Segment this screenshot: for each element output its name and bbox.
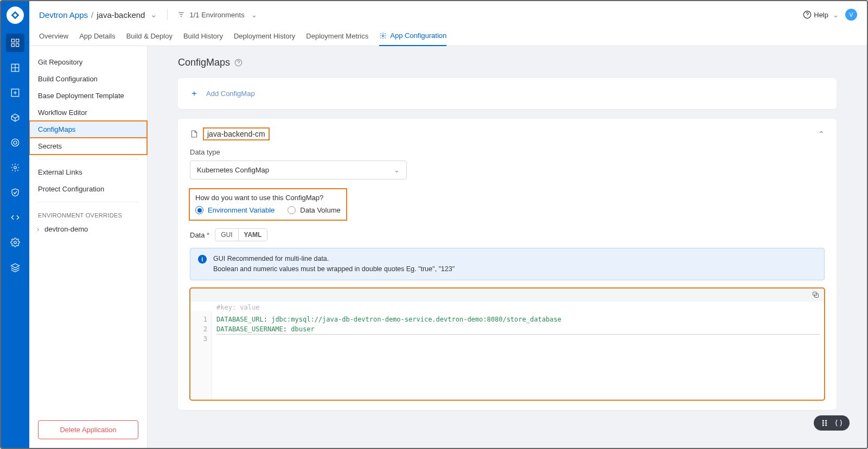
use-configmap-group: How do you want to use this ConfigMap? E… bbox=[190, 189, 346, 220]
chevron-down-icon: ⌄ bbox=[251, 11, 257, 19]
rail-layers-icon[interactable] bbox=[6, 258, 24, 277]
plus-icon: ＋ bbox=[190, 88, 199, 99]
floating-actions[interactable] bbox=[814, 415, 850, 431]
tab-deployment-history[interactable]: Deployment History bbox=[234, 27, 295, 46]
filter-icon bbox=[177, 11, 185, 18]
drag-icon bbox=[820, 419, 829, 427]
rail-grid-icon[interactable] bbox=[6, 59, 24, 77]
rail-plus-box-icon[interactable] bbox=[6, 84, 24, 102]
chevron-down-icon[interactable]: ⌄ bbox=[150, 10, 157, 20]
svg-point-21 bbox=[382, 35, 384, 37]
data-label: Data * bbox=[190, 231, 209, 239]
info-banner: i GUI Recommended for multi-line data. B… bbox=[190, 248, 825, 280]
svg-point-11 bbox=[11, 139, 19, 146]
svg-point-12 bbox=[14, 141, 17, 144]
svg-point-26 bbox=[822, 420, 824, 421]
svg-point-31 bbox=[826, 425, 827, 426]
chevron-down-icon: ⌄ bbox=[833, 11, 839, 19]
rail-cube-icon[interactable] bbox=[6, 108, 24, 127]
radio-data-volume[interactable]: Data Volume bbox=[288, 206, 340, 214]
sidebar-env-heading: ENVIRONMENT OVERRIDES bbox=[29, 207, 147, 222]
svg-point-14 bbox=[14, 241, 17, 244]
avatar[interactable]: V bbox=[845, 9, 857, 21]
svg-point-28 bbox=[822, 425, 824, 426]
tab-deployment-metrics[interactable]: Deployment Metrics bbox=[306, 27, 368, 46]
chevron-down-icon: ⌄ bbox=[394, 166, 400, 174]
sidebar-item-build-config[interactable]: Build Configuration bbox=[29, 70, 147, 87]
tab-build-deploy[interactable]: Build & Deploy bbox=[126, 27, 173, 46]
rail-settings-icon[interactable] bbox=[6, 233, 24, 252]
env-selector[interactable]: 1/1 Environments ⌄ bbox=[177, 11, 257, 19]
radio-env-variable[interactable]: Environment Variable bbox=[195, 206, 275, 214]
rail-shield-icon[interactable] bbox=[6, 183, 24, 202]
svg-marker-15 bbox=[11, 264, 20, 268]
breadcrumb: Devtron Apps / java-backend ⌄ bbox=[39, 10, 157, 20]
configmap-card: java-backend-cm ⌃ Data type Kubernetes C… bbox=[178, 119, 837, 410]
sidebar-item-base-template[interactable]: Base Deployment Template bbox=[29, 87, 147, 104]
help-button[interactable]: Help ⌄ bbox=[803, 10, 839, 19]
rail-apps[interactable] bbox=[6, 34, 24, 52]
page-title: ConfigMaps bbox=[178, 57, 837, 68]
breadcrumb-root[interactable]: Devtron Apps bbox=[39, 10, 88, 20]
line-gutter: 1 2 3 bbox=[190, 311, 212, 400]
app-tabs: Overview App Details Build & Deploy Buil… bbox=[29, 24, 867, 46]
svg-rect-1 bbox=[16, 39, 19, 42]
data-type-label: Data type bbox=[190, 148, 825, 156]
data-type-select[interactable]: Kubernetes ConfigMap ⌄ bbox=[190, 161, 407, 179]
svg-point-27 bbox=[822, 422, 824, 424]
svg-rect-3 bbox=[16, 44, 19, 47]
help-icon[interactable] bbox=[234, 59, 242, 67]
tab-overview[interactable]: Overview bbox=[39, 27, 68, 46]
seg-gui[interactable]: GUI bbox=[215, 229, 238, 241]
gear-icon bbox=[379, 32, 387, 40]
editor-placeholder: #key: value bbox=[190, 302, 824, 311]
sidebar-item-git[interactable]: Git Repository bbox=[29, 54, 147, 70]
collapse-icon[interactable]: ⌃ bbox=[818, 130, 825, 138]
file-icon bbox=[190, 129, 199, 139]
code-area[interactable]: DATABASE_URL: jdbc:mysql://java-db-devtr… bbox=[212, 311, 824, 400]
breadcrumb-current: java-backend bbox=[97, 10, 145, 20]
sidebar-item-protect[interactable]: Protect Configuration bbox=[29, 181, 147, 197]
content-area: ConfigMaps ＋ Add ConfigMap java-backend-… bbox=[148, 46, 867, 448]
sidebar-item-configmaps[interactable]: ConfigMaps bbox=[29, 121, 147, 138]
svg-point-30 bbox=[826, 422, 827, 424]
yaml-editor[interactable]: #key: value 1 2 3 DATABASE_URL: jdbc:mys… bbox=[190, 288, 825, 400]
svg-point-29 bbox=[826, 420, 827, 421]
svg-rect-2 bbox=[11, 44, 14, 47]
delete-app-button[interactable]: Delete Application bbox=[38, 420, 138, 439]
help-icon bbox=[803, 10, 812, 19]
seg-yaml[interactable]: YAML bbox=[238, 229, 267, 241]
sidebar-item-external-links[interactable]: External Links bbox=[29, 164, 147, 181]
svg-rect-0 bbox=[11, 39, 14, 42]
rail-gear-icon[interactable] bbox=[6, 158, 24, 177]
tab-app-details[interactable]: App Details bbox=[79, 27, 115, 46]
topbar: Devtron Apps / java-backend ⌄ 1/1 Enviro… bbox=[29, 1, 867, 24]
sidebar-env-item[interactable]: devtron-demo bbox=[29, 222, 147, 236]
add-configmap-button[interactable]: ＋ Add ConfigMap bbox=[178, 78, 837, 109]
devtron-logo bbox=[7, 7, 24, 24]
info-icon: i bbox=[198, 255, 207, 264]
radio-dot-icon bbox=[195, 206, 203, 214]
braces-icon bbox=[834, 419, 843, 427]
radio-dot-icon bbox=[288, 206, 296, 214]
view-toggle: GUI YAML bbox=[215, 228, 267, 241]
copy-icon[interactable] bbox=[812, 291, 820, 299]
nav-rail bbox=[1, 1, 29, 448]
tab-build-history[interactable]: Build History bbox=[183, 27, 223, 46]
sidebar-item-secrets[interactable]: Secrets bbox=[29, 138, 147, 155]
rail-target-icon[interactable] bbox=[6, 133, 24, 152]
rail-code-icon[interactable] bbox=[6, 208, 24, 227]
svg-point-13 bbox=[14, 166, 17, 169]
configmap-name: java-backend-cm bbox=[204, 129, 269, 139]
config-sidebar: Git Repository Build Configuration Base … bbox=[29, 46, 148, 448]
tab-app-configuration[interactable]: App Configuration bbox=[379, 27, 446, 46]
sidebar-item-workflow[interactable]: Workflow Editor bbox=[29, 104, 147, 121]
